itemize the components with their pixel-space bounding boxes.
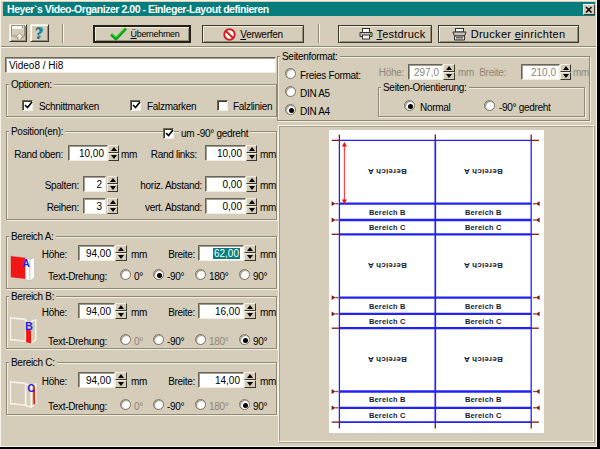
svg-text:Bereich A: Bereich A [368, 355, 407, 364]
svg-text:Bereich A: Bereich A [464, 355, 503, 364]
svg-text:Bereich C: Bereich C [465, 317, 502, 326]
svg-text:Bereich B: Bereich B [369, 302, 406, 311]
svg-text:Bereich C: Bereich C [369, 317, 406, 326]
svg-text:Bereich B: Bereich B [369, 395, 406, 404]
svg-text:Bereich C: Bereich C [465, 411, 502, 420]
svg-text:Bereich C: Bereich C [369, 411, 406, 420]
svg-text:Bereich A: Bereich A [368, 167, 407, 176]
svg-text:Bereich B: Bereich B [465, 208, 502, 217]
svg-text:Bereich C: Bereich C [465, 223, 502, 232]
svg-text:Bereich C: Bereich C [369, 223, 406, 232]
svg-text:Bereich B: Bereich B [465, 395, 502, 404]
svg-text:Bereich A: Bereich A [464, 261, 503, 270]
svg-text:Bereich B: Bereich B [369, 208, 406, 217]
svg-text:Bereich A: Bereich A [368, 261, 407, 270]
svg-text:Bereich B: Bereich B [465, 302, 502, 311]
svg-text:Bereich A: Bereich A [464, 167, 503, 176]
